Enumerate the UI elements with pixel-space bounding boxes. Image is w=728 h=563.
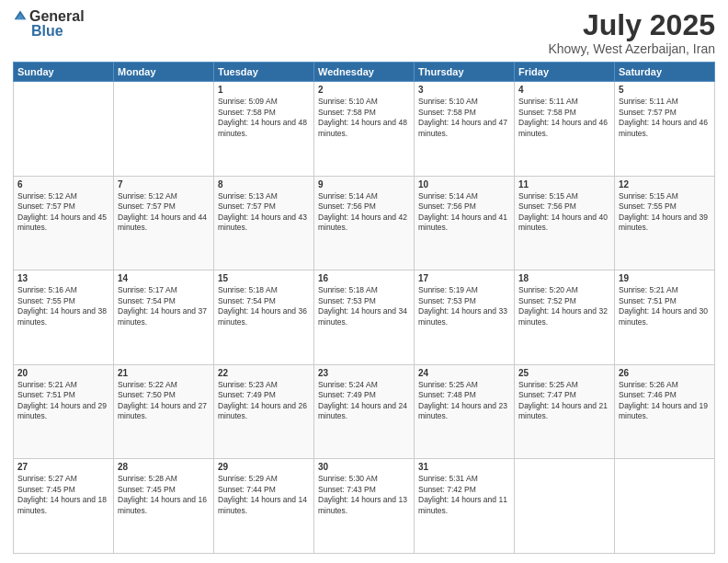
day-number: 29 <box>218 462 310 472</box>
calendar-cell: 6Sunrise: 5:12 AMSunset: 7:57 PMDaylight… <box>14 176 114 270</box>
sunrise-text: Sunrise: 5:24 AM <box>318 380 378 389</box>
day-number: 20 <box>17 368 109 378</box>
calendar-cell: 5Sunrise: 5:11 AMSunset: 7:57 PMDaylight… <box>615 82 715 177</box>
sunset-text: Sunset: 7:51 PM <box>619 296 677 305</box>
daylight-text: Daylight: 14 hours and 11 minutes. <box>418 495 507 514</box>
calendar-week-5: 27Sunrise: 5:27 AMSunset: 7:45 PMDayligh… <box>14 459 715 554</box>
sunrise-text: Sunrise: 5:10 AM <box>418 97 478 106</box>
sunset-text: Sunset: 7:57 PM <box>118 201 176 211</box>
daylight-text: Daylight: 14 hours and 36 minutes. <box>218 306 307 326</box>
day-number: 7 <box>118 179 210 190</box>
calendar-cell: 10Sunrise: 5:14 AMSunset: 7:56 PMDayligh… <box>415 176 515 270</box>
daylight-text: Daylight: 14 hours and 42 minutes. <box>318 213 407 232</box>
sunset-text: Sunset: 7:52 PM <box>518 296 576 305</box>
sunrise-text: Sunrise: 5:31 AM <box>418 474 478 483</box>
sunset-text: Sunset: 7:44 PM <box>218 485 276 494</box>
sunset-text: Sunset: 7:48 PM <box>418 390 476 399</box>
cell-info: Sunrise: 5:27 AMSunset: 7:45 PMDaylight:… <box>17 474 109 516</box>
calendar-cell: 25Sunrise: 5:25 AMSunset: 7:47 PMDayligh… <box>515 364 615 459</box>
cell-info: Sunrise: 5:12 AMSunset: 7:57 PMDaylight:… <box>118 191 210 234</box>
cell-info: Sunrise: 5:11 AMSunset: 7:57 PMDaylight:… <box>619 97 711 139</box>
daylight-text: Daylight: 14 hours and 46 minutes. <box>619 118 708 137</box>
logo-general: General <box>29 9 85 24</box>
page: General Blue July 2025 Khowy, West Azerb… <box>0 0 728 563</box>
daylight-text: Daylight: 14 hours and 47 minutes. <box>418 118 507 137</box>
daylight-text: Daylight: 14 hours and 18 minutes. <box>17 495 107 514</box>
col-monday: Monday <box>114 63 214 82</box>
calendar-week-2: 6Sunrise: 5:12 AMSunset: 7:57 PMDaylight… <box>14 176 715 270</box>
sunrise-text: Sunrise: 5:12 AM <box>118 191 177 201</box>
cell-info: Sunrise: 5:23 AMSunset: 7:49 PMDaylight:… <box>218 380 310 422</box>
calendar-cell: 9Sunrise: 5:14 AMSunset: 7:56 PMDaylight… <box>314 176 415 270</box>
cell-info: Sunrise: 5:14 AMSunset: 7:56 PMDaylight:… <box>418 191 510 234</box>
sunset-text: Sunset: 7:57 PM <box>17 201 75 211</box>
sunset-text: Sunset: 7:58 PM <box>318 108 376 117</box>
day-number: 17 <box>418 273 510 283</box>
day-number: 25 <box>518 368 610 378</box>
calendar-cell: 21Sunrise: 5:22 AMSunset: 7:50 PMDayligh… <box>114 364 214 459</box>
sunrise-text: Sunrise: 5:27 AM <box>17 474 77 483</box>
cell-info: Sunrise: 5:29 AMSunset: 7:44 PMDaylight:… <box>218 474 310 516</box>
sunrise-text: Sunrise: 5:20 AM <box>518 285 578 294</box>
col-tuesday: Tuesday <box>214 63 314 82</box>
col-wednesday: Wednesday <box>314 63 415 82</box>
daylight-text: Daylight: 14 hours and 33 minutes. <box>418 306 507 326</box>
cell-info: Sunrise: 5:11 AMSunset: 7:58 PMDaylight:… <box>518 97 610 139</box>
day-number: 4 <box>518 85 610 95</box>
sunrise-text: Sunrise: 5:11 AM <box>619 97 678 106</box>
calendar-week-1: 1Sunrise: 5:09 AMSunset: 7:58 PMDaylight… <box>14 82 715 177</box>
sunrise-text: Sunrise: 5:12 AM <box>17 191 77 201</box>
calendar-cell: 29Sunrise: 5:29 AMSunset: 7:44 PMDayligh… <box>214 459 314 554</box>
sunrise-text: Sunrise: 5:25 AM <box>418 380 478 389</box>
calendar-cell: 27Sunrise: 5:27 AMSunset: 7:45 PMDayligh… <box>14 459 114 554</box>
location-title: Khowy, West Azerbaijan, Iran <box>548 41 715 56</box>
calendar-cell <box>615 459 715 554</box>
day-number: 9 <box>318 179 410 190</box>
day-number: 5 <box>619 85 711 95</box>
sunrise-text: Sunrise: 5:25 AM <box>518 380 578 389</box>
day-number: 6 <box>17 179 109 190</box>
calendar-cell <box>114 82 214 177</box>
sunrise-text: Sunrise: 5:23 AM <box>218 380 278 389</box>
sunrise-text: Sunrise: 5:28 AM <box>118 474 177 483</box>
calendar: Sunday Monday Tuesday Wednesday Thursday… <box>13 62 715 554</box>
daylight-text: Daylight: 14 hours and 23 minutes. <box>418 401 507 420</box>
calendar-cell: 2Sunrise: 5:10 AMSunset: 7:58 PMDaylight… <box>314 82 415 177</box>
calendar-cell: 12Sunrise: 5:15 AMSunset: 7:55 PMDayligh… <box>615 176 715 270</box>
sunrise-text: Sunrise: 5:09 AM <box>218 97 278 106</box>
sunrise-text: Sunrise: 5:22 AM <box>118 380 177 389</box>
day-number: 3 <box>418 85 510 95</box>
cell-info: Sunrise: 5:18 AMSunset: 7:53 PMDaylight:… <box>318 285 410 327</box>
cell-info: Sunrise: 5:18 AMSunset: 7:54 PMDaylight:… <box>218 285 310 327</box>
day-number: 30 <box>318 462 410 472</box>
sunrise-text: Sunrise: 5:14 AM <box>318 191 378 201</box>
daylight-text: Daylight: 14 hours and 16 minutes. <box>118 495 207 514</box>
header: General Blue July 2025 Khowy, West Azerb… <box>13 9 715 56</box>
daylight-text: Daylight: 14 hours and 19 minutes. <box>619 401 708 420</box>
sunrise-text: Sunrise: 5:18 AM <box>218 285 278 294</box>
calendar-cell: 23Sunrise: 5:24 AMSunset: 7:49 PMDayligh… <box>314 364 415 459</box>
day-number: 2 <box>318 85 410 95</box>
logo-icon <box>13 9 28 24</box>
day-number: 18 <box>518 273 610 283</box>
calendar-cell: 28Sunrise: 5:28 AMSunset: 7:45 PMDayligh… <box>114 459 214 554</box>
calendar-cell: 19Sunrise: 5:21 AMSunset: 7:51 PMDayligh… <box>615 270 715 365</box>
cell-info: Sunrise: 5:13 AMSunset: 7:57 PMDaylight:… <box>218 191 310 234</box>
sunrise-text: Sunrise: 5:21 AM <box>619 285 678 294</box>
sunset-text: Sunset: 7:51 PM <box>17 390 75 399</box>
calendar-cell: 24Sunrise: 5:25 AMSunset: 7:48 PMDayligh… <box>415 364 515 459</box>
sunset-text: Sunset: 7:45 PM <box>17 485 75 494</box>
cell-info: Sunrise: 5:20 AMSunset: 7:52 PMDaylight:… <box>518 285 610 327</box>
logo: General Blue <box>13 9 85 39</box>
sunset-text: Sunset: 7:55 PM <box>17 296 75 305</box>
daylight-text: Daylight: 14 hours and 34 minutes. <box>318 306 407 326</box>
sunset-text: Sunset: 7:57 PM <box>619 108 677 117</box>
cell-info: Sunrise: 5:24 AMSunset: 7:49 PMDaylight:… <box>318 380 410 422</box>
cell-info: Sunrise: 5:09 AMSunset: 7:58 PMDaylight:… <box>218 97 310 139</box>
daylight-text: Daylight: 14 hours and 41 minutes. <box>418 213 507 232</box>
daylight-text: Daylight: 14 hours and 21 minutes. <box>518 401 608 420</box>
daylight-text: Daylight: 14 hours and 37 minutes. <box>118 306 207 326</box>
calendar-cell: 1Sunrise: 5:09 AMSunset: 7:58 PMDaylight… <box>214 82 314 177</box>
sunset-text: Sunset: 7:57 PM <box>218 201 276 211</box>
cell-info: Sunrise: 5:15 AMSunset: 7:55 PMDaylight:… <box>619 191 711 234</box>
